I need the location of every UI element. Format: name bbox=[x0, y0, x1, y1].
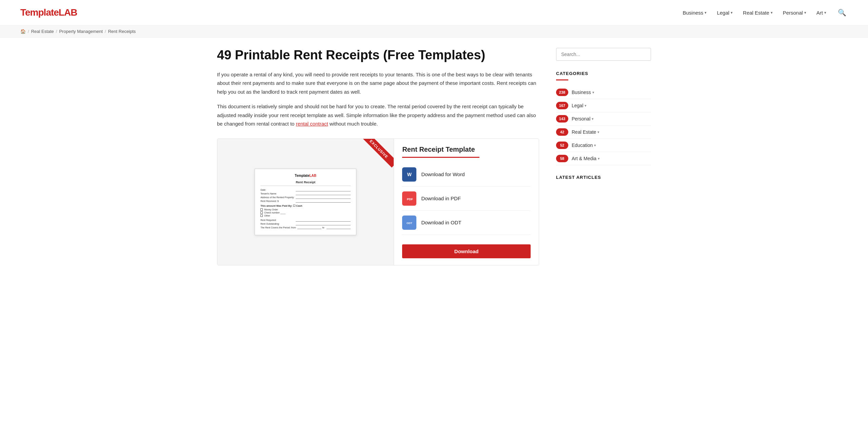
chevron-down-icon: ▾ bbox=[824, 11, 826, 15]
latest-articles-title: LATEST ARTICLES bbox=[556, 175, 651, 180]
doc-header: TemplateLAB bbox=[260, 174, 351, 178]
svg-text:PDF: PDF bbox=[407, 198, 413, 201]
category-badge-education: 52 bbox=[556, 142, 568, 149]
download-odt-label: Download in ODT bbox=[421, 220, 461, 225]
breadcrumb-property-management[interactable]: Property Management bbox=[59, 29, 103, 34]
logo-lab-text: LAB bbox=[59, 7, 77, 18]
category-badge-personal: 143 bbox=[556, 115, 568, 123]
category-legal[interactable]: 167 Legal ▾ bbox=[556, 99, 651, 112]
category-badge-business: 238 bbox=[556, 89, 568, 96]
doc-field-rent: Rent Received: $ bbox=[260, 200, 351, 202]
template-card: EXCLUSIVE TemplateLAB Rent Receipt Date:… bbox=[217, 138, 539, 265]
category-real-estate[interactable]: 42 Real Estate ▾ bbox=[556, 126, 651, 139]
intro-paragraph-1: If you operate a rental of any kind, you… bbox=[217, 70, 539, 96]
sidebar: CATEGORIES 238 Business ▾ 167 Legal ▾ 14… bbox=[556, 48, 651, 265]
odt-icon: ODT bbox=[402, 216, 416, 230]
doc-field-address: Address of the Rented Property: bbox=[260, 196, 351, 199]
category-education[interactable]: 52 Education ▾ bbox=[556, 139, 651, 152]
doc-field-rent-required: Rent Required: bbox=[260, 219, 351, 221]
download-odt-button[interactable]: ODT Download in ODT bbox=[402, 211, 531, 235]
doc-field-period: The Rent Covers the Period: from to bbox=[260, 226, 351, 229]
download-pdf-label: Download in PDF bbox=[421, 195, 461, 201]
header: TemplateLAB Business ▾ Legal ▾ Real Esta… bbox=[0, 0, 868, 25]
exclusive-ribbon: EXCLUSIVE bbox=[360, 139, 394, 168]
category-business[interactable]: 238 Business ▾ bbox=[556, 86, 651, 99]
nav-art[interactable]: Art ▾ bbox=[816, 10, 826, 16]
chevron-down-icon: ▾ bbox=[731, 11, 733, 15]
svg-text:ODT: ODT bbox=[407, 222, 412, 225]
rental-contract-link[interactable]: rental contract bbox=[296, 121, 328, 127]
chevron-down-icon: ▾ bbox=[585, 104, 587, 108]
breadcrumb-real-estate[interactable]: Real Estate bbox=[31, 29, 54, 34]
category-art-media[interactable]: 58 Art & Media ▾ bbox=[556, 152, 651, 165]
pdf-icon: PDF bbox=[402, 191, 416, 206]
page-title: 49 Printable Rent Receipts (Free Templat… bbox=[217, 48, 539, 63]
download-pdf-button[interactable]: PDF Download in PDF bbox=[402, 187, 531, 211]
nav-business[interactable]: Business ▾ bbox=[683, 10, 707, 16]
category-badge-legal: 167 bbox=[556, 102, 568, 109]
doc-field-tenant: Tenant's Name: bbox=[260, 192, 351, 195]
template-card-title: Rent Receipt Template bbox=[402, 146, 479, 158]
content-area: 49 Printable Rent Receipts (Free Templat… bbox=[217, 48, 539, 265]
intro-paragraph-2: This document is relatively simple and s… bbox=[217, 102, 539, 128]
chevron-down-icon: ▾ bbox=[771, 11, 773, 15]
category-badge-real-estate: 42 bbox=[556, 128, 568, 136]
doc-section-paid-by: This amount Was Paid By: ☐ Cash bbox=[260, 204, 351, 207]
main-wrapper: 49 Printable Rent Receipts (Free Templat… bbox=[197, 38, 671, 276]
nav-legal[interactable]: Legal ▾ bbox=[717, 10, 733, 16]
search-button[interactable]: 🔍 bbox=[836, 7, 848, 18]
doc-checkbox-check: Check number ____ bbox=[260, 211, 351, 214]
doc-field-date: Date: bbox=[260, 189, 351, 191]
doc-field-rent-outstanding: Rent Outstanding: bbox=[260, 223, 351, 225]
nav-personal[interactable]: Personal ▾ bbox=[783, 10, 806, 16]
categories-divider bbox=[556, 79, 568, 80]
search-input[interactable] bbox=[556, 48, 651, 61]
nav-real-estate[interactable]: Real Estate ▾ bbox=[743, 10, 773, 16]
doc-checkbox-money-order: Money Order bbox=[260, 208, 351, 211]
template-preview: EXCLUSIVE TemplateLAB Rent Receipt Date:… bbox=[217, 139, 394, 265]
chevron-down-icon: ▾ bbox=[804, 11, 806, 15]
categories-section-title: CATEGORIES bbox=[556, 71, 651, 76]
logo[interactable]: TemplateLAB bbox=[20, 7, 77, 18]
chevron-down-icon: ▾ bbox=[594, 143, 596, 148]
chevron-down-icon: ▾ bbox=[598, 156, 600, 161]
category-personal[interactable]: 143 Personal ▾ bbox=[556, 112, 651, 126]
breadcrumb: 🏠 / Real Estate / Property Management / … bbox=[0, 25, 868, 38]
chevron-down-icon: ▾ bbox=[592, 90, 594, 95]
categories-list: 238 Business ▾ 167 Legal ▾ 143 Personal … bbox=[556, 86, 651, 165]
download-options: Rent Receipt Template W Download for Wor… bbox=[394, 139, 539, 265]
download-word-label: Download for Word bbox=[421, 171, 465, 177]
document-preview: TemplateLAB Rent Receipt Date: Tenant's … bbox=[255, 169, 356, 235]
intro-2-post: without much trouble. bbox=[328, 121, 378, 127]
download-word-button[interactable]: W Download for Word bbox=[402, 163, 531, 187]
doc-title: Rent Receipt bbox=[260, 180, 351, 186]
doc-logo: TemplateLAB bbox=[260, 174, 351, 178]
chevron-down-icon: ▾ bbox=[705, 11, 707, 15]
chevron-down-icon: ▾ bbox=[592, 117, 594, 121]
download-button[interactable]: Download bbox=[402, 244, 531, 258]
breadcrumb-current: Rent Receipts bbox=[108, 29, 136, 34]
breadcrumb-home[interactable]: 🏠 bbox=[20, 29, 26, 34]
logo-template-text: Template bbox=[20, 7, 59, 18]
chevron-down-icon: ▾ bbox=[597, 130, 599, 134]
main-nav: Business ▾ Legal ▾ Real Estate ▾ Persona… bbox=[683, 7, 848, 18]
category-badge-art-media: 58 bbox=[556, 155, 568, 162]
doc-checkbox-other: Other bbox=[260, 214, 351, 217]
word-icon: W bbox=[402, 167, 416, 182]
